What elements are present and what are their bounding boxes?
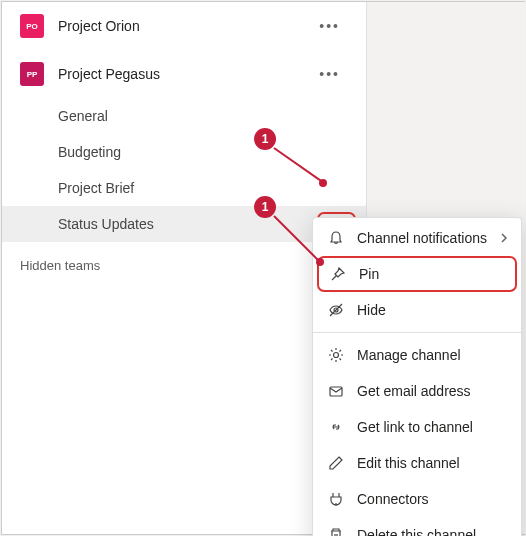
annotation-badge-2: 1	[254, 196, 276, 218]
channel-budgeting[interactable]: Budgeting	[2, 134, 366, 170]
menu-label: Edit this channel	[357, 455, 460, 471]
hide-icon	[327, 301, 345, 319]
team-avatar: PO	[20, 14, 44, 38]
team-name-label: Project Pegasus	[58, 66, 311, 82]
link-icon	[327, 418, 345, 436]
menu-connectors[interactable]: Connectors	[313, 481, 521, 517]
menu-delete-channel[interactable]: Delete this channel	[313, 517, 521, 536]
menu-manage-channel[interactable]: Manage channel	[313, 337, 521, 373]
channel-label: Project Brief	[58, 180, 134, 196]
chevron-right-icon	[499, 230, 509, 246]
menu-label: Connectors	[357, 491, 429, 507]
menu-label: Delete this channel	[357, 527, 476, 536]
pin-icon	[329, 265, 347, 283]
menu-label: Channel notifications	[357, 230, 487, 246]
annotation-arrow-dot	[316, 258, 324, 266]
team-row-orion[interactable]: PO Project Orion •••	[2, 2, 366, 50]
menu-label: Get email address	[357, 383, 471, 399]
annotation-badge-1: 1	[254, 128, 276, 150]
more-options-icon[interactable]: •••	[311, 62, 348, 86]
channel-label: General	[58, 108, 108, 124]
menu-hide[interactable]: Hide	[313, 292, 521, 328]
gear-icon	[327, 346, 345, 364]
mail-icon	[327, 382, 345, 400]
menu-pin[interactable]: Pin	[317, 256, 517, 292]
menu-divider	[313, 332, 521, 333]
team-avatar: PP	[20, 62, 44, 86]
menu-label: Pin	[359, 266, 379, 282]
channel-context-menu: Channel notifications Pin Hide Manage ch…	[312, 217, 522, 536]
pencil-icon	[327, 454, 345, 472]
menu-get-link[interactable]: Get link to channel	[313, 409, 521, 445]
trash-icon	[327, 526, 345, 536]
menu-edit-channel[interactable]: Edit this channel	[313, 445, 521, 481]
channel-general[interactable]: General	[2, 98, 366, 134]
more-options-icon[interactable]: •••	[311, 14, 348, 38]
channel-label: Status Updates	[58, 216, 154, 232]
team-name-label: Project Orion	[58, 18, 311, 34]
bell-icon	[327, 229, 345, 247]
connectors-icon	[327, 490, 345, 508]
menu-label: Get link to channel	[357, 419, 473, 435]
svg-point-1	[334, 353, 339, 358]
annotation-arrow-dot	[319, 179, 327, 187]
menu-get-email[interactable]: Get email address	[313, 373, 521, 409]
menu-label: Manage channel	[357, 347, 461, 363]
menu-label: Hide	[357, 302, 386, 318]
menu-channel-notifications[interactable]: Channel notifications	[313, 220, 521, 256]
team-row-pegasus[interactable]: PP Project Pegasus •••	[2, 50, 366, 98]
channel-label: Budgeting	[58, 144, 121, 160]
